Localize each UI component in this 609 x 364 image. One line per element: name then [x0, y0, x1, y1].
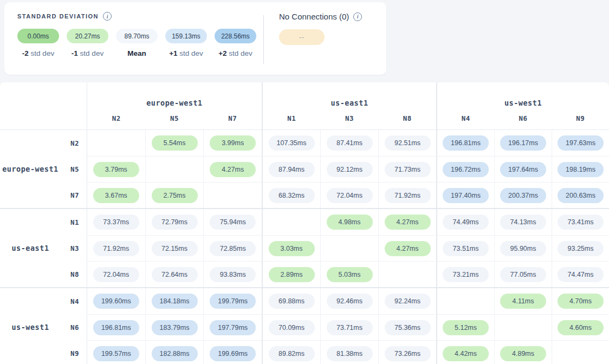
cell-group: 107.35ms87.41ms92.51ms: [262, 130, 436, 156]
latency-pill[interactable]: 74.47ms: [558, 267, 604, 282]
latency-cell: 74.13ms: [494, 209, 552, 235]
latency-pill[interactable]: 196.81ms: [443, 135, 489, 151]
latency-pill[interactable]: 73.71ms: [327, 320, 373, 335]
latency-pill[interactable]: 71.73ms: [385, 162, 431, 177]
cell-group: 3.03ms4.27ms: [262, 236, 436, 261]
latency-pill[interactable]: 73.37ms: [93, 214, 139, 230]
latency-pill[interactable]: 2.89ms: [269, 267, 315, 282]
matrix-row: N6196.81ms183.79ms197.79ms70.09ms73.71ms…: [0, 314, 609, 340]
latency-pill[interactable]: 95.90ms: [500, 241, 546, 256]
latency-pill[interactable]: 92.46ms: [327, 294, 373, 309]
latency-pill[interactable]: 4.42ms: [443, 346, 489, 361]
latency-pill[interactable]: 5.54ms: [152, 135, 198, 151]
latency-pill[interactable]: 4.27ms: [385, 241, 431, 256]
latency-cell: 72.79ms: [145, 209, 204, 235]
latency-pill[interactable]: 197.63ms: [558, 135, 604, 151]
matrix-row: N872.04ms72.64ms93.83ms2.89ms5.03ms73.21…: [0, 261, 609, 287]
latency-pill[interactable]: 4.98ms: [327, 214, 373, 230]
latency-pill[interactable]: 197.79ms: [210, 320, 256, 335]
latency-pill[interactable]: 81.38ms: [327, 346, 373, 361]
latency-pill[interactable]: 200.63ms: [558, 188, 604, 203]
latency-cell: 199.60ms: [87, 288, 145, 314]
latency-cell: 87.94ms: [263, 157, 320, 182]
latency-pill[interactable]: 72.04ms: [327, 188, 373, 203]
latency-pill[interactable]: 200.37ms: [500, 188, 546, 203]
latency-pill[interactable]: 73.26ms: [385, 346, 431, 361]
latency-pill[interactable]: 74.49ms: [443, 214, 489, 230]
latency-pill[interactable]: 73.51ms: [443, 241, 489, 256]
legend-pill-label: +1 std dev: [165, 49, 207, 57]
latency-pill[interactable]: 92.12ms: [327, 162, 373, 177]
latency-pill[interactable]: 77.05ms: [500, 267, 546, 282]
legend-label-row: -2 std dev-1 std devMean+1 std dev+2 std…: [17, 49, 262, 57]
latency-pill[interactable]: 5.12ms: [443, 320, 489, 335]
latency-pill[interactable]: 72.15ms: [152, 241, 198, 256]
latency-cell: 199.69ms: [203, 341, 262, 364]
latency-cell: 70.09ms: [263, 315, 320, 340]
latency-pill[interactable]: 73.41ms: [558, 214, 604, 230]
latency-pill[interactable]: 71.92ms: [385, 188, 431, 203]
latency-pill[interactable]: 72.04ms: [93, 267, 139, 282]
latency-pill[interactable]: 69.88ms: [269, 294, 315, 309]
latency-pill[interactable]: 196.81ms: [93, 320, 139, 335]
latency-pill[interactable]: 3.79ms: [93, 162, 139, 177]
latency-pill[interactable]: 2.75ms: [152, 188, 198, 203]
cell-groups: 72.04ms72.64ms93.83ms2.89ms5.03ms73.21ms…: [87, 261, 609, 287]
latency-pill[interactable]: 197.40ms: [443, 188, 489, 203]
latency-pill[interactable]: 72.79ms: [152, 214, 198, 230]
latency-pill[interactable]: 70.09ms: [269, 320, 315, 335]
latency-pill[interactable]: 196.17ms: [500, 135, 546, 151]
latency-pill[interactable]: 199.79ms: [210, 294, 256, 309]
latency-pill[interactable]: 184.18ms: [152, 294, 198, 309]
latency-pill[interactable]: 4.70ms: [558, 294, 604, 309]
info-icon[interactable]: i: [353, 12, 362, 21]
latency-pill[interactable]: 72.85ms: [210, 241, 256, 256]
latency-pill[interactable]: 72.64ms: [152, 267, 198, 282]
info-icon[interactable]: i: [103, 12, 112, 21]
row-region-label: us-east1: [0, 244, 61, 252]
latency-pill[interactable]: 4.27ms: [385, 214, 431, 230]
cell-group: 73.37ms72.79ms75.94ms: [87, 209, 262, 235]
latency-pill[interactable]: 198.19ms: [558, 162, 604, 177]
latency-pill[interactable]: 87.94ms: [269, 162, 315, 177]
latency-pill[interactable]: 199.69ms: [210, 346, 256, 361]
latency-pill[interactable]: 3.03ms: [269, 241, 315, 256]
latency-pill[interactable]: 199.57ms: [93, 346, 139, 361]
latency-pill[interactable]: 68.32ms: [269, 188, 315, 203]
latency-pill[interactable]: 107.35ms: [269, 135, 315, 151]
latency-pill[interactable]: 92.24ms: [385, 294, 431, 309]
latency-pill[interactable]: 3.67ms: [93, 188, 139, 203]
latency-pill[interactable]: 4.11ms: [500, 294, 546, 309]
latency-pill[interactable]: 93.25ms: [558, 241, 604, 256]
col-group-header: us-west1N4N6N9: [436, 82, 609, 129]
row-node-label: N4: [0, 288, 87, 314]
latency-pill[interactable]: 75.94ms: [210, 214, 256, 230]
latency-pill[interactable]: 4.27ms: [210, 162, 256, 177]
latency-pill[interactable]: 93.83ms: [210, 267, 256, 282]
latency-pill[interactable]: 183.79ms: [152, 320, 198, 335]
matrix-row: N4199.60ms184.18ms199.79ms69.88ms92.46ms…: [0, 288, 609, 314]
latency-pill[interactable]: 196.72ms: [443, 162, 489, 177]
latency-pill[interactable]: 74.13ms: [500, 214, 546, 230]
latency-pill[interactable]: 199.60ms: [93, 294, 139, 309]
latency-pill[interactable]: 87.41ms: [327, 135, 373, 151]
latency-cell: 69.88ms: [263, 288, 320, 314]
latency-pill[interactable]: 73.21ms: [443, 267, 489, 282]
latency-pill[interactable]: 4.89ms: [500, 346, 546, 361]
latency-pill[interactable]: 4.60ms: [558, 320, 604, 335]
latency-pill[interactable]: 197.64ms: [500, 162, 546, 177]
latency-pill[interactable]: 5.03ms: [327, 267, 373, 282]
latency-cell: 73.71ms: [320, 315, 378, 340]
latency-cell: 4.89ms: [494, 341, 552, 364]
latency-pill[interactable]: 182.88ms: [152, 346, 198, 361]
latency-pill[interactable]: 71.92ms: [93, 241, 139, 256]
latency-cell: 5.12ms: [437, 315, 494, 340]
matrix-header: europe-west1N2N5N7us-east1N1N3N8us-west1…: [0, 82, 609, 130]
latency-pill[interactable]: 3.99ms: [210, 135, 256, 151]
cell-group: 197.40ms200.37ms200.63ms: [436, 183, 609, 208]
latency-pill[interactable]: 92.51ms: [385, 135, 431, 151]
col-node-label: N8: [378, 114, 436, 122]
latency-pill[interactable]: 75.36ms: [385, 320, 431, 335]
latency-pill[interactable]: 89.82ms: [269, 346, 315, 361]
matrix-row: N371.92ms72.15ms72.85ms3.03ms4.27ms73.51…: [0, 235, 609, 261]
